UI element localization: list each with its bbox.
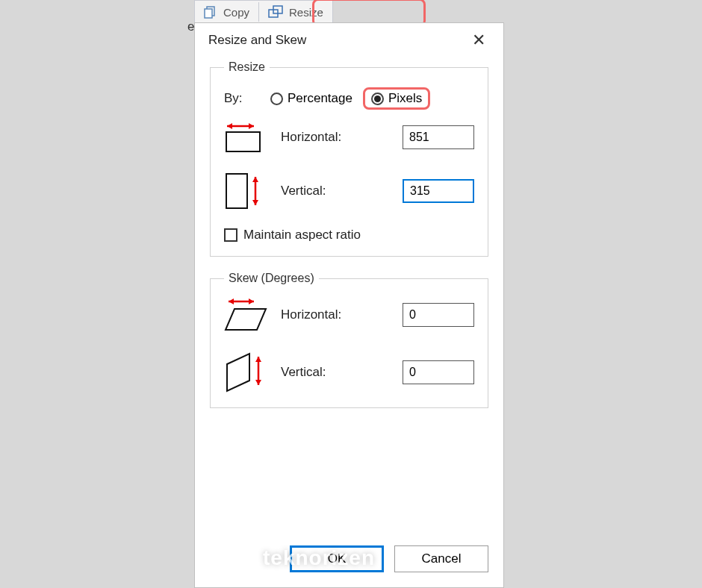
resize-horizontal-label: Horizontal: [281,130,394,145]
toolbar-copy-button[interactable]: Copy [195,2,259,22]
dialog-title: Resize and Skew [208,33,306,48]
svg-rect-1 [205,9,212,18]
resize-horizontal-icon [224,120,272,154]
by-label: By: [224,91,260,106]
resize-vertical-input[interactable] [403,179,474,203]
toolbar-copy-label: Copy [223,6,249,19]
skew-legend: Skew (Degrees) [224,272,319,285]
cancel-button[interactable]: Cancel [394,545,488,572]
skew-horizontal-label: Horizontal: [281,307,394,322]
radio-pixels-label: Pixels [388,91,422,106]
skew-horizontal-icon [224,295,272,334]
resize-vertical-label: Vertical: [281,184,394,198]
svg-marker-15 [226,309,266,330]
radio-percentage-label: Percentage [288,91,352,106]
svg-marker-6 [249,123,254,129]
svg-marker-19 [255,380,261,385]
radio-circle-icon [371,93,384,105]
svg-marker-10 [252,177,258,182]
resize-icon [268,5,285,19]
svg-marker-5 [227,123,232,129]
maintain-aspect-label: Maintain aspect ratio [243,228,361,243]
skew-group: Skew (Degrees) Horizontal: [210,272,488,408]
skew-vertical-icon [224,351,272,394]
svg-marker-14 [249,298,254,304]
skew-vertical-label: Vertical: [281,365,394,380]
svg-marker-11 [252,200,258,205]
dialog-footer: OK Cancel [195,541,503,587]
toolbar-resize-button[interactable]: Resize [259,2,332,22]
close-icon[interactable]: ✕ [465,31,493,50]
dialog-titlebar: Resize and Skew ✕ [195,23,503,56]
svg-rect-7 [226,132,260,151]
toolbar-resize-label: Resize [289,6,323,19]
radio-pixels[interactable]: Pixels [363,87,430,110]
resize-vertical-icon [224,171,272,211]
ok-button[interactable]: OK [290,545,384,572]
resize-skew-dialog: Resize and Skew ✕ Resize By: Percentage … [194,22,504,588]
resize-horizontal-input[interactable] [403,125,474,149]
maintain-aspect-checkbox[interactable] [224,228,237,242]
radio-circle-icon [270,93,283,105]
skew-vertical-input[interactable] [403,360,474,384]
svg-marker-13 [229,298,234,304]
copy-icon [204,5,219,19]
svg-marker-18 [255,357,261,362]
resize-group: Resize By: Percentage Pixels [210,60,488,257]
svg-marker-16 [227,354,249,391]
radio-percentage[interactable]: Percentage [267,90,355,107]
svg-rect-8 [226,174,247,208]
skew-horizontal-input[interactable] [403,303,474,327]
resize-legend: Resize [224,60,270,74]
ribbon-toolbar: Copy Resize [194,0,333,24]
